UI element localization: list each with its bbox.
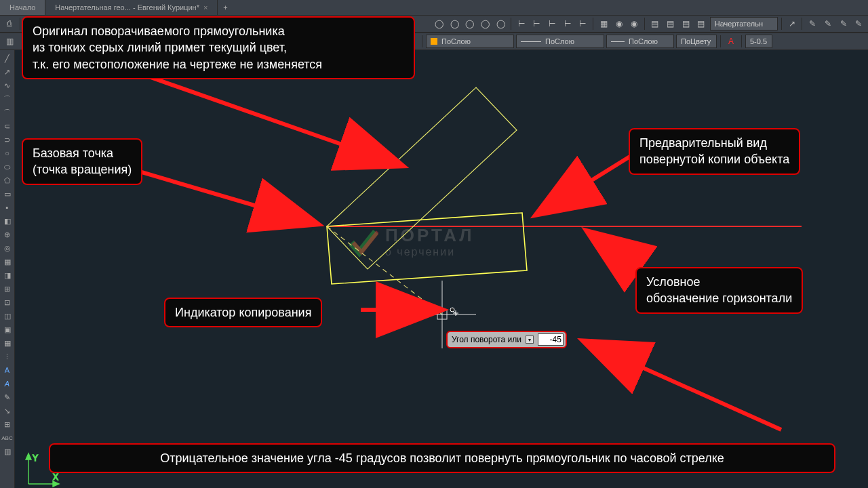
tool-icon[interactable]: ⊞ xyxy=(1,282,14,296)
tool-icon[interactable]: ▣ xyxy=(1,323,14,336)
scale-label: 5-0.5 xyxy=(750,37,767,45)
spline-icon[interactable]: ∿ xyxy=(1,79,14,92)
tool-icon[interactable]: ◯ xyxy=(479,17,492,30)
drawing-canvas[interactable]: ПОРТАЛ о черчении xyxy=(15,50,868,488)
layer-icon[interactable]: ▤ xyxy=(679,17,692,30)
tab-home[interactable]: Начало xyxy=(0,0,45,15)
svg-line-3 xyxy=(327,226,442,314)
mtext-icon[interactable]: A xyxy=(1,377,14,390)
polygon-icon[interactable]: ⬠ xyxy=(1,174,14,187)
tool-icon[interactable]: ◨ xyxy=(1,268,14,282)
draw-toolbar: ╱ ↗ ∿ ⌒ ⌒ ⊂ ⊃ ○ ⬭ ⬠ ▭ ▪ ◧ ⊕ ◎ ▦ ◨ ⊞ ⊡ ◫ … xyxy=(0,50,15,488)
tool-icon[interactable]: ◯ xyxy=(494,17,507,30)
arc2-icon[interactable]: ⌒ xyxy=(1,106,14,119)
lineweight-dropdown[interactable]: ПоСлою xyxy=(606,35,674,48)
callout-preview: Предварительный вид повернутой копии объ… xyxy=(629,128,800,175)
plotstyle-label: ПоЦвету xyxy=(681,37,711,45)
view-icon[interactable]: ◉ xyxy=(627,17,641,30)
dim-icon[interactable]: ⊢ xyxy=(530,17,544,30)
tab-doc-label: Начертательная гео... - Евгений Курицин* xyxy=(55,3,199,12)
tool-icon[interactable]: ⊕ xyxy=(1,228,14,241)
dyn-label: Угол поворота или xyxy=(452,335,521,344)
dim-icon[interactable]: ⊢ xyxy=(576,17,590,30)
dim-icon[interactable]: ⊢ xyxy=(545,17,559,30)
dynamic-input: Угол поворота или ▾ xyxy=(446,331,567,348)
linetype-dropdown[interactable]: ПоСлою xyxy=(516,35,604,48)
tool-icon[interactable]: ◯ xyxy=(448,17,461,30)
rect-icon[interactable]: ▭ xyxy=(1,187,14,201)
layer-icon[interactable]: ▤ xyxy=(694,17,708,30)
svg-text:Y: Y xyxy=(33,453,38,463)
svg-point-7 xyxy=(450,308,454,312)
layer-dropdown-label: Начертательн xyxy=(715,20,763,28)
tab-close-icon[interactable]: × xyxy=(203,3,208,12)
misc-icon[interactable]: ✎ xyxy=(852,17,865,30)
scale-dropdown[interactable]: 5-0.5 xyxy=(745,35,772,48)
view-icon[interactable]: ◉ xyxy=(612,17,626,30)
table-icon[interactable]: ▦ xyxy=(1,336,14,350)
tool-icon[interactable]: ⋮ xyxy=(1,350,14,363)
pline-icon[interactable]: ↗ xyxy=(1,65,14,79)
lineweight-label: ПоСлою xyxy=(629,37,658,45)
tool-icon[interactable]: ▪ xyxy=(1,201,14,214)
callout-horizontal: Условное обозначение горизонтали xyxy=(635,267,803,314)
angle-input[interactable] xyxy=(538,333,564,346)
ellipse-icon[interactable]: ⬭ xyxy=(1,160,14,174)
circle-icon[interactable]: ○ xyxy=(1,146,14,160)
callout-bottom: Отрицательное значение угла -45 градусов… xyxy=(49,443,835,473)
tool-icon[interactable]: ◯ xyxy=(463,17,477,30)
callout-basepoint: Базовая точка (точка вращения) xyxy=(22,138,142,185)
arc-icon[interactable]: ⌒ xyxy=(1,92,14,106)
tool-icon[interactable]: ◎ xyxy=(1,241,14,255)
svg-marker-14 xyxy=(53,481,59,487)
prop-icon[interactable]: ▥ xyxy=(3,35,16,48)
svg-marker-1 xyxy=(327,87,517,269)
tool-icon[interactable]: ◫ xyxy=(1,309,14,323)
view-icon[interactable]: ▦ xyxy=(597,17,610,30)
dim-icon[interactable]: ⊢ xyxy=(515,17,528,30)
new-tab-button[interactable]: + xyxy=(218,0,233,15)
tool-icon[interactable]: ⊞ xyxy=(1,418,14,431)
dyn-dropdown-icon[interactable]: ▾ xyxy=(526,336,534,344)
tool-icon[interactable]: ⊡ xyxy=(1,296,14,309)
layer-dropdown[interactable]: Начертательн xyxy=(710,17,778,30)
tool-icon[interactable]: ✎ xyxy=(1,390,14,404)
document-tabs: Начало Начертательная гео... - Евгений К… xyxy=(0,0,868,15)
svg-text:X: X xyxy=(53,472,58,482)
misc-icon[interactable]: ✎ xyxy=(837,17,850,30)
svg-marker-13 xyxy=(26,453,31,460)
tool-icon[interactable]: ▥ xyxy=(1,445,14,458)
linetype-label: ПоСлою xyxy=(545,37,574,45)
tool-icon[interactable]: ◯ xyxy=(433,17,446,30)
text-icon[interactable]: A xyxy=(1,363,14,377)
misc-icon[interactable]: ↗ xyxy=(785,17,799,30)
print-icon[interactable]: ⎙ xyxy=(3,17,16,30)
color-label: ПоСлою xyxy=(441,37,471,45)
hatch-icon[interactable]: ▦ xyxy=(1,255,14,268)
plotstyle-dropdown[interactable]: ПоЦвету xyxy=(676,35,717,48)
svg-marker-2 xyxy=(327,213,527,284)
tool-icon[interactable]: ↘ xyxy=(1,404,14,418)
abc-icon[interactable]: ABC xyxy=(1,431,14,445)
tab-home-label: Начало xyxy=(9,3,35,12)
text-icon[interactable]: A xyxy=(724,35,738,48)
tool-icon[interactable]: ⊂ xyxy=(1,119,14,133)
tab-doc[interactable]: Начертательная гео... - Евгений Курицин*… xyxy=(45,0,218,15)
callout-original: Оригинал поворачиваемого прямоугольника … xyxy=(22,16,415,79)
misc-icon[interactable]: ✎ xyxy=(821,17,835,30)
callout-copyindicator: Индикатор копирования xyxy=(164,298,322,327)
layer-icon[interactable]: ▤ xyxy=(664,17,677,30)
dim-icon[interactable]: ⊢ xyxy=(561,17,574,30)
layer-icon[interactable]: ▤ xyxy=(648,17,662,30)
line-icon[interactable]: ╱ xyxy=(1,52,14,65)
color-dropdown[interactable]: ПоСлою xyxy=(426,35,514,48)
tool-icon[interactable]: ⊃ xyxy=(1,133,14,146)
misc-icon[interactable]: ✎ xyxy=(806,17,819,30)
tool-icon[interactable]: ◧ xyxy=(1,214,14,228)
